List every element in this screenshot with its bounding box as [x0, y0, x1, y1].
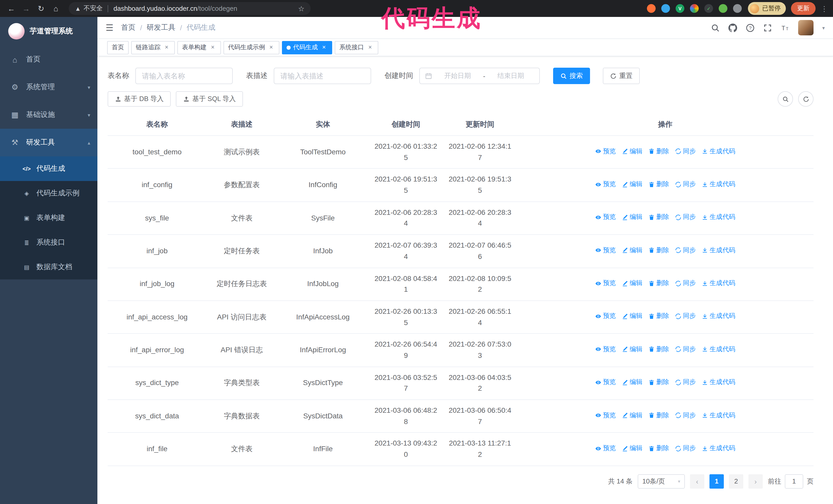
sidebar-item-form-builder[interactable]: ▣ 表单构建 — [0, 206, 97, 230]
action-delete-link[interactable]: 删除 — [649, 245, 669, 255]
profile-sync-paused-badge[interactable]: 已暂停 — [748, 2, 786, 15]
bookmark-star-icon[interactable]: ☆ — [298, 4, 305, 13]
action-delete-link[interactable]: 删除 — [649, 179, 669, 189]
action-preview-link[interactable]: 预览 — [595, 443, 616, 454]
next-page-button[interactable]: › — [748, 474, 763, 488]
action-preview-link[interactable]: 预览 — [595, 279, 616, 288]
font-size-icon[interactable]: TT — [781, 23, 789, 32]
extension-icon[interactable] — [719, 4, 728, 13]
action-generate-link[interactable]: 生成代码 — [702, 179, 735, 189]
avatar-caret-icon[interactable]: ▾ — [822, 25, 825, 30]
action-delete-link[interactable]: 删除 — [649, 377, 669, 387]
action-edit-link[interactable]: 编辑 — [622, 443, 643, 454]
toggle-search-icon[interactable] — [778, 91, 793, 106]
action-sync-link[interactable]: 同步 — [675, 146, 696, 157]
action-sync-link[interactable]: 同步 — [675, 179, 696, 189]
action-preview-link[interactable]: 预览 — [595, 179, 616, 189]
action-generate-link[interactable]: 生成代码 — [702, 377, 735, 387]
action-delete-link[interactable]: 删除 — [649, 443, 669, 454]
action-delete-link[interactable]: 删除 — [649, 344, 669, 355]
browser-forward-button[interactable]: → — [20, 2, 32, 15]
page-button-2[interactable]: 2 — [729, 474, 743, 488]
action-preview-link[interactable]: 预览 — [595, 377, 616, 387]
sidebar-item-system-api[interactable]: ≣ 系统接口 — [0, 230, 97, 255]
action-delete-link[interactable]: 删除 — [649, 146, 669, 157]
action-edit-link[interactable]: 编辑 — [622, 179, 643, 189]
browser-back-button[interactable]: ← — [5, 2, 18, 15]
action-delete-link[interactable]: 删除 — [649, 410, 669, 421]
goto-page-input[interactable] — [785, 474, 803, 488]
browser-home-button[interactable]: ⌂ — [50, 2, 62, 15]
action-generate-link[interactable]: 生成代码 — [702, 410, 735, 421]
sidebar-item-dev-tools[interactable]: ⚒ 研发工具 ▴ — [0, 129, 97, 157]
browser-update-button[interactable]: 更新 — [791, 2, 815, 15]
action-preview-link[interactable]: 预览 — [595, 213, 616, 222]
help-icon[interactable]: ? — [746, 23, 755, 32]
search-icon[interactable] — [711, 23, 720, 32]
user-avatar[interactable] — [798, 20, 813, 35]
sidebar-item-codegen[interactable]: </> 代码生成 — [0, 157, 97, 181]
page-button-1[interactable]: 1 — [710, 474, 724, 488]
github-icon[interactable] — [729, 23, 737, 32]
page-size-select[interactable]: 10条/页 ▾ — [638, 474, 685, 488]
date-range-picker[interactable]: 开始日期 - 结束日期 — [419, 68, 540, 84]
action-preview-link[interactable]: 预览 — [595, 410, 616, 421]
action-edit-link[interactable]: 编辑 — [622, 410, 643, 421]
action-sync-link[interactable]: 同步 — [675, 377, 696, 387]
extension-icon[interactable]: V — [675, 4, 684, 13]
tab-close-icon[interactable]: × — [320, 44, 328, 51]
action-generate-link[interactable]: 生成代码 — [702, 279, 735, 288]
tab-system-api[interactable]: 系统接口 × — [335, 41, 378, 54]
action-generate-link[interactable]: 生成代码 — [702, 311, 735, 321]
extension-icon[interactable] — [690, 4, 699, 13]
fullscreen-icon[interactable] — [763, 23, 772, 32]
action-delete-link[interactable]: 删除 — [649, 311, 669, 321]
action-edit-link[interactable]: 编辑 — [622, 311, 643, 321]
table-name-input[interactable] — [135, 68, 233, 84]
browser-reload-button[interactable]: ↻ — [35, 2, 47, 15]
action-preview-link[interactable]: 预览 — [595, 344, 616, 355]
action-generate-link[interactable]: 生成代码 — [702, 344, 735, 355]
tab-codegen-example[interactable]: 代码生成示例 × — [223, 41, 279, 54]
prev-page-button[interactable]: ‹ — [690, 474, 704, 488]
sidebar-item-infrastructure[interactable]: ▦ 基础设施 ▾ — [0, 101, 97, 129]
action-delete-link[interactable]: 删除 — [649, 279, 669, 288]
import-sql-button[interactable]: 基于 SQL 导入 — [176, 91, 243, 106]
tab-close-icon[interactable]: × — [163, 44, 170, 51]
refresh-table-icon[interactable] — [798, 91, 813, 106]
action-edit-link[interactable]: 编辑 — [622, 245, 643, 255]
action-edit-link[interactable]: 编辑 — [622, 213, 643, 222]
action-edit-link[interactable]: 编辑 — [622, 279, 643, 288]
action-sync-link[interactable]: 同步 — [675, 245, 696, 255]
action-sync-link[interactable]: 同步 — [675, 213, 696, 222]
sidebar-item-db-doc[interactable]: ▤ 数据库文档 — [0, 255, 97, 280]
import-db-button[interactable]: 基于 DB 导入 — [108, 91, 171, 106]
tab-form-builder[interactable]: 表单构建 × — [177, 41, 221, 54]
reset-button[interactable]: 重置 — [603, 68, 640, 84]
action-preview-link[interactable]: 预览 — [595, 245, 616, 255]
action-generate-link[interactable]: 生成代码 — [702, 146, 735, 157]
extension-icon[interactable] — [647, 4, 656, 13]
extensions-puzzle-icon[interactable] — [733, 4, 742, 13]
action-edit-link[interactable]: 编辑 — [622, 344, 643, 355]
action-edit-link[interactable]: 编辑 — [622, 377, 643, 387]
action-generate-link[interactable]: 生成代码 — [702, 213, 735, 222]
action-sync-link[interactable]: 同步 — [675, 443, 696, 454]
action-delete-link[interactable]: 删除 — [649, 213, 669, 222]
breadcrumb-dev-tools[interactable]: 研发工具 — [147, 23, 175, 32]
action-sync-link[interactable]: 同步 — [675, 279, 696, 288]
breadcrumb-home[interactable]: 首页 — [121, 23, 136, 32]
tab-close-icon[interactable]: × — [268, 44, 275, 51]
sidebar-item-codegen-example[interactable]: ◈ 代码生成示例 — [0, 181, 97, 206]
sidebar-item-home[interactable]: ⌂ 首页 — [0, 46, 97, 73]
extension-icon[interactable] — [661, 4, 670, 13]
action-edit-link[interactable]: 编辑 — [622, 146, 643, 157]
tab-home[interactable]: 首页 — [107, 41, 129, 54]
action-sync-link[interactable]: 同步 — [675, 344, 696, 355]
browser-menu-icon[interactable]: ⋮ — [821, 4, 828, 13]
table-desc-input[interactable] — [274, 68, 371, 84]
search-button[interactable]: 搜索 — [553, 68, 590, 84]
action-generate-link[interactable]: 生成代码 — [702, 245, 735, 255]
address-bar[interactable]: ▲ 不安全 dashboard.yudao.iocoder.cn/tool/co… — [69, 2, 311, 15]
action-preview-link[interactable]: 预览 — [595, 146, 616, 157]
